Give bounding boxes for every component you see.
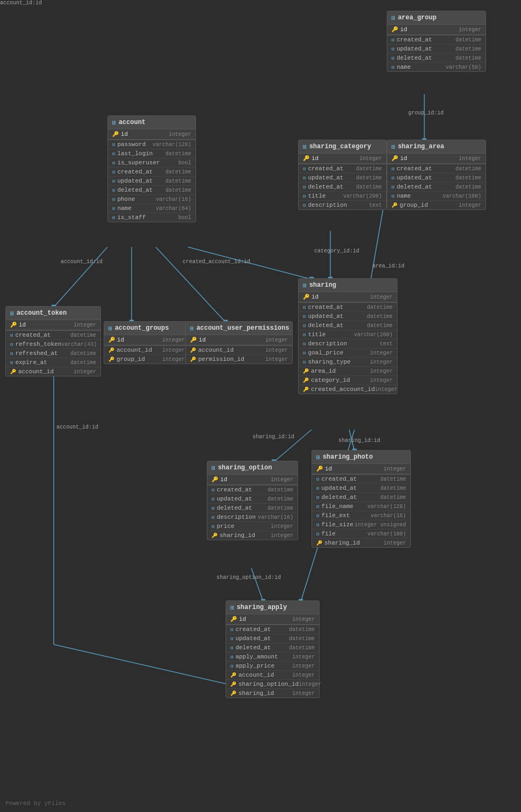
diagram-container: group_id:id category_id:id area_id:id ac… <box>0 0 521 812</box>
field-updated-at: ⊟updated_at datetime <box>387 45 486 54</box>
field-sp-file: ⊟file varchar(100) <box>312 530 410 539</box>
table-account-user-permissions: ⊞ account_user_permissions 🔑id integer 🔑… <box>185 321 293 364</box>
field-is-superuser: ⊟is_superuser bool <box>108 158 196 168</box>
label-area-id: area_id:id <box>372 263 404 269</box>
powered-by-label: Powered by yFiles <box>5 800 66 807</box>
field-sap-sharing-id: 🔑sharing_id integer <box>226 689 319 698</box>
label-group-id: group_id:id <box>408 110 444 116</box>
field-name: ⊟name varchar(50) <box>387 63 486 71</box>
table-sharing-photo: ⊞ sharing_photo 🔑id integer ⊟created_at … <box>312 450 411 548</box>
table-sharing-category-title: sharing_category <box>309 143 371 150</box>
field-ag-account-id: 🔑account_id integer <box>104 346 189 355</box>
table-sharing-area-header: ⊞ sharing_area <box>387 140 486 154</box>
field-at-account-id: 🔑account_id integer <box>6 367 100 376</box>
field-is-staff: ⊟is_staff bool <box>108 213 196 222</box>
table-account-header: ⊞ account <box>108 116 196 129</box>
field-sa-updated-at: ⊟updated_at datetime <box>387 173 486 183</box>
field-so-created-at: ⊟created_at datetime <box>207 485 298 495</box>
table-account-token-title: account_token <box>17 309 67 317</box>
field-sa-group-id: 🔑group_id integer <box>387 201 486 209</box>
label-category-id: category_id:id <box>314 248 359 254</box>
field-password: ⊟password varchar(128) <box>108 140 196 149</box>
field-sp-file-size: ⊟file_size integer unsigned <box>312 520 410 530</box>
field-s-area-id: 🔑area_id integer <box>299 367 397 376</box>
field-so-sharing-id: 🔑sharing_id integer <box>207 531 298 540</box>
field-sc-created-at: ⊟created_at datetime <box>299 164 386 173</box>
table-sharing-apply-title: sharing_apply <box>237 604 287 611</box>
field-s-category-id: 🔑category_id integer <box>299 376 397 385</box>
field-s-deleted-at: ⊟deleted_at datetime <box>299 321 397 330</box>
field-name: ⊟name varchar(64) <box>108 204 196 213</box>
table-sharing-photo-title: sharing_photo <box>323 453 373 461</box>
field-at-refreshed-at: ⊟refreshed_at datetime <box>6 349 100 358</box>
field-aup-account-id: 🔑account_id integer <box>186 346 292 355</box>
svg-line-18 <box>251 568 263 601</box>
field-at-expire-at: ⊟expire_at datetime <box>6 358 100 367</box>
field-sp-file-name: ⊟file_name varchar(128) <box>312 502 410 511</box>
table-account-groups-title: account_groups <box>115 324 169 332</box>
field-sa-name: ⊟name varchar(100) <box>387 192 486 201</box>
pk-icon: 🔑 <box>392 26 398 33</box>
field-sc-updated-at: ⊟updated_at datetime <box>299 173 386 183</box>
table-aup-header: ⊞ account_user_permissions <box>186 322 292 335</box>
field-sap-id: 🔑id integer <box>226 614 319 625</box>
field-sp-file-ext: ⊟file_ext varchar(16) <box>312 511 410 520</box>
table-sharing-header: ⊞ sharing <box>299 279 397 292</box>
field-deleted-at: ⊟deleted_at datetime <box>387 54 486 63</box>
table-sharing-area: ⊞ sharing_area 🔑id integer ⊟created_at d… <box>387 140 486 210</box>
field-sc-title: ⊟title varchar(200) <box>299 192 386 201</box>
table-sharing-category-header: ⊞ sharing_category <box>299 140 386 154</box>
field-at-created-at: ⊟created_at datetime <box>6 331 100 340</box>
field-s-sharing-type: ⊟sharing_type integer <box>299 358 397 367</box>
field-sp-updated-at: ⊟updated_at datetime <box>312 484 410 493</box>
field-s-updated-at: ⊟updated_at datetime <box>299 312 397 321</box>
field-ag-id: 🔑id integer <box>104 335 189 345</box>
field-sap-apply-price: ⊟apply_price integer <box>226 662 319 671</box>
field-so-description: ⊟description varchar(16) <box>207 513 298 522</box>
field-sc-id: 🔑id integer <box>299 154 386 164</box>
svg-line-6 <box>54 247 107 307</box>
field-at-id: 🔑id integer <box>6 320 100 330</box>
field-sc-deleted-at: ⊟deleted_at datetime <box>299 183 386 192</box>
field-last-login: ⊟last_login datetime <box>108 149 196 158</box>
table-area-group-title: area_group <box>398 14 437 21</box>
label-sharing-id-option: sharing_id:id <box>252 434 294 440</box>
field-s-title: ⊟title varchar(200) <box>299 330 397 339</box>
table-area-group-header: ⊞ area_group <box>387 11 486 25</box>
table-account-token-header: ⊞ account_token <box>6 307 100 320</box>
svg-line-10 <box>156 247 226 322</box>
field-sa-created-at: ⊟created_at datetime <box>387 164 486 173</box>
field-created-at: ⊟created_at datetime <box>108 168 196 177</box>
field-at-refresh-token: ⊟refresh_token varchar(43) <box>6 340 100 349</box>
field-sp-id: 🔑id integer <box>312 464 410 474</box>
table-account-groups: ⊞ account_groups 🔑id integer 🔑account_id… <box>104 321 190 364</box>
table-sharing-apply-header: ⊞ sharing_apply <box>226 601 319 614</box>
field-sap-updated-at: ⊟updated_at datetime <box>226 634 319 643</box>
field-sap-created-at: ⊟created_at datetime <box>226 625 319 634</box>
table-sharing-option-title: sharing_option <box>218 464 272 472</box>
field-sc-description: ⊟description text <box>299 201 386 209</box>
field-account-id: 🔑id integer <box>108 129 196 140</box>
field-s-goal-price: ⊟goal_price integer <box>299 349 397 358</box>
field-so-price: ⊟price integer <box>207 522 298 531</box>
table-sharing-option: ⊞ sharing_option 🔑id integer ⊟created_at… <box>207 461 298 540</box>
table-icon: ⊞ <box>392 15 395 21</box>
table-sharing: ⊞ sharing 🔑id integer ⊟created_at dateti… <box>298 278 397 394</box>
field-phone: ⊟phone varchar(16) <box>108 195 196 204</box>
table-sharing-category: ⊞ sharing_category 🔑id integer ⊟created_… <box>298 140 387 210</box>
label-sharing-option-id: sharing_option_id:id <box>216 575 281 581</box>
field-icon: ⊟ <box>392 37 394 43</box>
field-sa-deleted-at: ⊟deleted_at datetime <box>387 183 486 192</box>
table-sharing-area-title: sharing_area <box>398 143 444 150</box>
label-created-account-id: created_account_id:id <box>183 259 250 265</box>
table-aup-title: account_user_permissions <box>197 324 290 332</box>
table-sharing-apply: ⊞ sharing_apply 🔑id integer ⊟created_at … <box>226 600 320 698</box>
table-account: ⊞ account 🔑id integer ⊟password varchar(… <box>107 115 196 222</box>
table-area-group: ⊞ area_group 🔑id integer ⊟created_at dat… <box>387 11 486 72</box>
field-s-description: ⊟description text <box>299 339 397 349</box>
field-aup-permission-id: 🔑permission_id integer <box>186 355 292 364</box>
field-sap-deleted-at: ⊟deleted_at datetime <box>226 643 319 653</box>
field-s-id: 🔑id integer <box>299 292 397 302</box>
field-so-deleted-at: ⊟deleted_at datetime <box>207 504 298 513</box>
field-aup-id: 🔑id integer <box>186 335 292 345</box>
